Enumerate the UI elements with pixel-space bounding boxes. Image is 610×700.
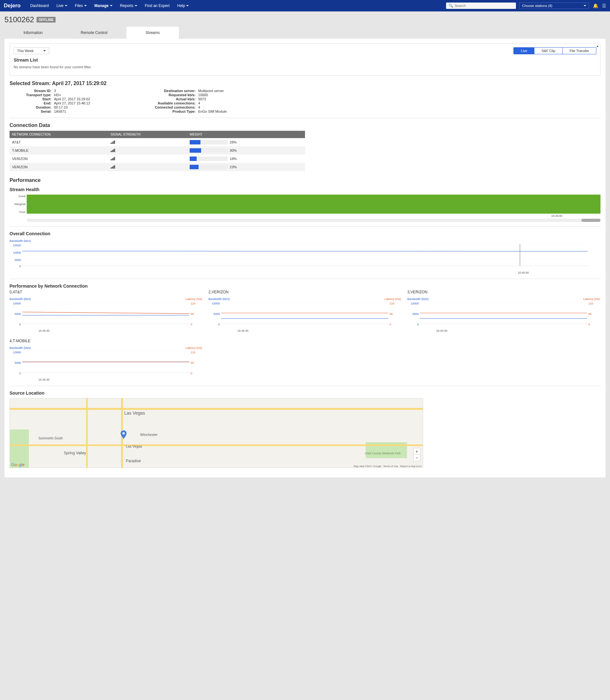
nav-dashboard[interactable]: Dashboard (27, 1, 52, 11)
filter-row: This Week LiveS&F ClipFile Transfer (14, 47, 596, 54)
map-copyright: Map data ©2017 Google (354, 465, 381, 468)
detail-value: Multipoint server (198, 89, 224, 93)
ytick: 10000 (10, 251, 21, 254)
table-row: T-MOBILE30% (10, 146, 305, 155)
bell-icon[interactable]: 🔔 (593, 3, 598, 8)
detail-label: Serial: (10, 110, 54, 113)
signal-icon (111, 140, 115, 144)
stream-details: Stream ID:3Transport type:HD+Start:April… (10, 89, 600, 113)
latency-label: Latency (ms) (384, 298, 401, 301)
weight-cell: 18% (187, 155, 305, 163)
overall-connection-section: Overall Connection Bandwidth (kb/s) 1500… (4, 231, 606, 274)
bandwidth-label: Bandwidth (kb/s) (208, 298, 230, 301)
chart-title: 3,VERIZON (407, 290, 600, 294)
collapse-icon[interactable]: ▴ (597, 44, 598, 48)
ytick: 0 (10, 265, 21, 268)
ytick: 5000 (10, 259, 21, 262)
search-box[interactable]: 🔍 (446, 2, 516, 9)
overall-connection-title: Overall Connection (10, 231, 600, 236)
nav-find-an-expert[interactable]: Find an Expert (142, 1, 173, 11)
health-scrollbar[interactable] (10, 219, 600, 222)
network-name: T-MOBILE (10, 146, 108, 155)
nav-reports[interactable]: Reports (117, 1, 141, 11)
map-terms-link[interactable]: Terms of Use (383, 465, 398, 468)
zoom-out-button[interactable]: − (414, 455, 420, 461)
ytick: 55 (191, 312, 202, 316)
detail-row: Product Type:EnGo SIM Module (154, 110, 227, 113)
map[interactable]: Las Vegas Winchester Las Vegas Paradise … (10, 398, 423, 468)
ytick: 55 (191, 361, 202, 364)
topbar: Dejero DashboardLiveFilesManageReportsFi… (0, 0, 610, 12)
map-road (10, 445, 423, 446)
nav-live[interactable]: Live (53, 1, 70, 11)
page-tabs: InformationRemote ControlStreams (4, 27, 606, 39)
selected-stream-section: Selected Stream: April 27, 2017 15:29:02… (4, 81, 606, 113)
detail-label: End: (10, 101, 54, 105)
tab-information[interactable]: Information (4, 27, 62, 39)
detail-value: 4 (198, 101, 200, 105)
nav-files[interactable]: Files (72, 1, 90, 11)
map-pin-icon (121, 430, 127, 439)
zoom-in-button[interactable]: + (414, 448, 420, 455)
detail-row: Serial:1A5871 (10, 110, 90, 113)
detail-label: Product Type: (154, 110, 198, 113)
weight-value: 28% (230, 140, 237, 144)
map-report-link[interactable]: Report a map error (400, 465, 422, 468)
nav-help[interactable]: Help (174, 1, 192, 11)
ytick: 5000 (10, 312, 21, 316)
ytick: 15000 (10, 244, 21, 247)
ytick: 0 (208, 323, 220, 326)
signal-strength (108, 163, 187, 171)
detail-label: Requested kb/s: (154, 93, 198, 97)
ytick: 110 (191, 302, 202, 305)
detail-label: Duration: (10, 105, 54, 109)
station-selector[interactable]: Choose stations (4) (519, 2, 589, 9)
mini-chart: Bandwidth (kb/s)Latency (ms)100005000011… (10, 346, 202, 381)
detail-value: EnGo SIM Module (198, 110, 227, 113)
ytick: 0 (191, 323, 202, 326)
tab-streams[interactable]: Streams (126, 27, 179, 39)
scroll-thumb[interactable] (581, 219, 600, 222)
nav-manage[interactable]: Manage (91, 1, 116, 11)
tab-remote-control[interactable]: Remote Control (62, 27, 126, 39)
chevron-down-icon (84, 5, 87, 6)
toggle-live[interactable]: Live (514, 48, 534, 54)
tab-content: ▴ This Week LiveS&F ClipFile Transfer St… (4, 39, 606, 478)
status-badge: OFFLINE (36, 17, 55, 22)
chevron-down-icon (186, 5, 189, 6)
latency-label: Latency (ms) (186, 298, 202, 301)
map-footer: Map data ©2017 Google Terms of Use Repor… (354, 465, 422, 468)
bandwidth-label: Bandwidth (kb/s) (10, 298, 31, 301)
xtick: 15:45:30 (38, 378, 50, 381)
detail-label: Start: (10, 97, 54, 101)
network-name: VERIZON (10, 155, 108, 163)
detail-row: Transport type:HD+ (10, 93, 90, 97)
toggle-filetransfer[interactable]: File Transfer (563, 48, 596, 54)
svg-point-17 (123, 432, 125, 435)
map-label-spring-valley: Spring Valley (64, 451, 86, 455)
ytick: 110 (389, 302, 401, 305)
bandwidth-label: Bandwidth (kb/s) (10, 239, 31, 243)
map-park (10, 430, 29, 468)
chart-svg (420, 302, 587, 324)
table-header: SIGNAL STRENGTH (108, 131, 187, 138)
map-label-lv2: Las Vegas (126, 445, 142, 448)
signal-strength (108, 155, 187, 163)
search-input[interactable] (455, 4, 513, 7)
detail-value: HD+ (54, 93, 61, 97)
network-charts-grid: 0,AT&TBandwidth (kb/s)Latency (ms)100005… (10, 290, 600, 381)
performance-title: Performance (10, 178, 600, 183)
health-y-poor: Poor (10, 211, 26, 214)
time-filter-dropdown[interactable]: This Week (14, 47, 49, 54)
map-label-paradise: Paradise (126, 459, 141, 463)
map-label-las-vegas: Las Vegas (124, 411, 145, 416)
toggle-sfclip[interactable]: S&F Clip (534, 48, 562, 54)
weight-cell: 30% (187, 146, 305, 155)
source-location-section: Source Location Las Vegas Winchester Las… (4, 390, 606, 473)
latency-label: Latency (ms) (583, 298, 600, 301)
perf-by-network-title: Performance by Network Connection (10, 283, 600, 288)
chevron-down-icon (135, 5, 137, 6)
ytick: 0 (10, 323, 21, 326)
menu-icon[interactable]: ☰ (602, 3, 606, 8)
weight-value: 30% (230, 149, 237, 152)
